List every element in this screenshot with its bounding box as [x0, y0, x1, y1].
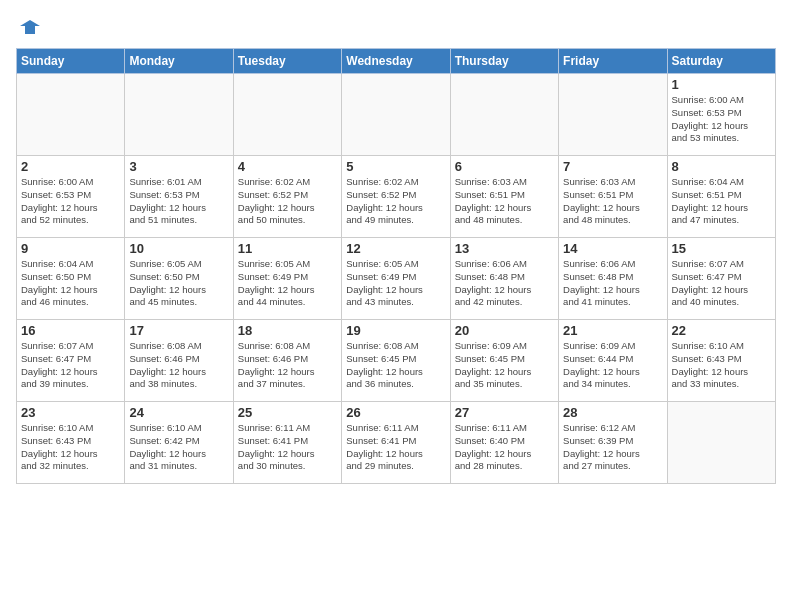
- day-info: Sunrise: 6:07 AM Sunset: 6:47 PM Dayligh…: [21, 340, 120, 391]
- day-number: 9: [21, 241, 120, 256]
- day-cell: 4Sunrise: 6:02 AM Sunset: 6:52 PM Daylig…: [233, 156, 341, 238]
- day-number: 10: [129, 241, 228, 256]
- day-cell: 11Sunrise: 6:05 AM Sunset: 6:49 PM Dayli…: [233, 238, 341, 320]
- day-cell: 6Sunrise: 6:03 AM Sunset: 6:51 PM Daylig…: [450, 156, 558, 238]
- day-info: Sunrise: 6:11 AM Sunset: 6:40 PM Dayligh…: [455, 422, 554, 473]
- day-info: Sunrise: 6:10 AM Sunset: 6:42 PM Dayligh…: [129, 422, 228, 473]
- day-cell: 24Sunrise: 6:10 AM Sunset: 6:42 PM Dayli…: [125, 402, 233, 484]
- weekday-friday: Friday: [559, 49, 667, 74]
- day-number: 22: [672, 323, 771, 338]
- week-row-1: 2Sunrise: 6:00 AM Sunset: 6:53 PM Daylig…: [17, 156, 776, 238]
- day-cell: 16Sunrise: 6:07 AM Sunset: 6:47 PM Dayli…: [17, 320, 125, 402]
- day-cell: 19Sunrise: 6:08 AM Sunset: 6:45 PM Dayli…: [342, 320, 450, 402]
- day-info: Sunrise: 6:11 AM Sunset: 6:41 PM Dayligh…: [346, 422, 445, 473]
- day-number: 24: [129, 405, 228, 420]
- day-info: Sunrise: 6:00 AM Sunset: 6:53 PM Dayligh…: [21, 176, 120, 227]
- day-info: Sunrise: 6:02 AM Sunset: 6:52 PM Dayligh…: [238, 176, 337, 227]
- day-number: 20: [455, 323, 554, 338]
- day-cell: 13Sunrise: 6:06 AM Sunset: 6:48 PM Dayli…: [450, 238, 558, 320]
- day-number: 3: [129, 159, 228, 174]
- day-number: 11: [238, 241, 337, 256]
- weekday-thursday: Thursday: [450, 49, 558, 74]
- day-number: 1: [672, 77, 771, 92]
- day-number: 27: [455, 405, 554, 420]
- day-cell: 23Sunrise: 6:10 AM Sunset: 6:43 PM Dayli…: [17, 402, 125, 484]
- day-info: Sunrise: 6:12 AM Sunset: 6:39 PM Dayligh…: [563, 422, 662, 473]
- day-cell: 7Sunrise: 6:03 AM Sunset: 6:51 PM Daylig…: [559, 156, 667, 238]
- day-number: 4: [238, 159, 337, 174]
- day-number: 15: [672, 241, 771, 256]
- day-info: Sunrise: 6:07 AM Sunset: 6:47 PM Dayligh…: [672, 258, 771, 309]
- day-info: Sunrise: 6:06 AM Sunset: 6:48 PM Dayligh…: [563, 258, 662, 309]
- day-cell: 2Sunrise: 6:00 AM Sunset: 6:53 PM Daylig…: [17, 156, 125, 238]
- day-cell: 28Sunrise: 6:12 AM Sunset: 6:39 PM Dayli…: [559, 402, 667, 484]
- page-header: [16, 16, 776, 38]
- day-cell: [125, 74, 233, 156]
- day-cell: [17, 74, 125, 156]
- day-info: Sunrise: 6:03 AM Sunset: 6:51 PM Dayligh…: [455, 176, 554, 227]
- day-cell: 15Sunrise: 6:07 AM Sunset: 6:47 PM Dayli…: [667, 238, 775, 320]
- day-number: 28: [563, 405, 662, 420]
- weekday-saturday: Saturday: [667, 49, 775, 74]
- weekday-tuesday: Tuesday: [233, 49, 341, 74]
- day-number: 26: [346, 405, 445, 420]
- day-info: Sunrise: 6:05 AM Sunset: 6:49 PM Dayligh…: [346, 258, 445, 309]
- day-cell: 5Sunrise: 6:02 AM Sunset: 6:52 PM Daylig…: [342, 156, 450, 238]
- day-info: Sunrise: 6:04 AM Sunset: 6:51 PM Dayligh…: [672, 176, 771, 227]
- day-info: Sunrise: 6:10 AM Sunset: 6:43 PM Dayligh…: [21, 422, 120, 473]
- day-info: Sunrise: 6:09 AM Sunset: 6:45 PM Dayligh…: [455, 340, 554, 391]
- day-cell: 9Sunrise: 6:04 AM Sunset: 6:50 PM Daylig…: [17, 238, 125, 320]
- day-number: 17: [129, 323, 228, 338]
- day-info: Sunrise: 6:04 AM Sunset: 6:50 PM Dayligh…: [21, 258, 120, 309]
- day-number: 12: [346, 241, 445, 256]
- day-info: Sunrise: 6:08 AM Sunset: 6:45 PM Dayligh…: [346, 340, 445, 391]
- day-cell: 22Sunrise: 6:10 AM Sunset: 6:43 PM Dayli…: [667, 320, 775, 402]
- weekday-sunday: Sunday: [17, 49, 125, 74]
- day-number: 21: [563, 323, 662, 338]
- day-number: 16: [21, 323, 120, 338]
- logo: [16, 16, 40, 38]
- week-row-4: 23Sunrise: 6:10 AM Sunset: 6:43 PM Dayli…: [17, 402, 776, 484]
- day-number: 6: [455, 159, 554, 174]
- day-cell: 8Sunrise: 6:04 AM Sunset: 6:51 PM Daylig…: [667, 156, 775, 238]
- logo-icon: [18, 16, 40, 38]
- day-cell: 20Sunrise: 6:09 AM Sunset: 6:45 PM Dayli…: [450, 320, 558, 402]
- week-row-2: 9Sunrise: 6:04 AM Sunset: 6:50 PM Daylig…: [17, 238, 776, 320]
- day-cell: 10Sunrise: 6:05 AM Sunset: 6:50 PM Dayli…: [125, 238, 233, 320]
- day-info: Sunrise: 6:05 AM Sunset: 6:50 PM Dayligh…: [129, 258, 228, 309]
- day-number: 14: [563, 241, 662, 256]
- calendar-table: SundayMondayTuesdayWednesdayThursdayFrid…: [16, 48, 776, 484]
- day-info: Sunrise: 6:08 AM Sunset: 6:46 PM Dayligh…: [238, 340, 337, 391]
- day-info: Sunrise: 6:08 AM Sunset: 6:46 PM Dayligh…: [129, 340, 228, 391]
- day-number: 19: [346, 323, 445, 338]
- day-cell: [233, 74, 341, 156]
- day-cell: [667, 402, 775, 484]
- day-cell: 1Sunrise: 6:00 AM Sunset: 6:53 PM Daylig…: [667, 74, 775, 156]
- day-info: Sunrise: 6:00 AM Sunset: 6:53 PM Dayligh…: [672, 94, 771, 145]
- day-number: 25: [238, 405, 337, 420]
- day-cell: 26Sunrise: 6:11 AM Sunset: 6:41 PM Dayli…: [342, 402, 450, 484]
- day-info: Sunrise: 6:10 AM Sunset: 6:43 PM Dayligh…: [672, 340, 771, 391]
- day-number: 2: [21, 159, 120, 174]
- day-cell: 18Sunrise: 6:08 AM Sunset: 6:46 PM Dayli…: [233, 320, 341, 402]
- day-info: Sunrise: 6:06 AM Sunset: 6:48 PM Dayligh…: [455, 258, 554, 309]
- day-cell: 17Sunrise: 6:08 AM Sunset: 6:46 PM Dayli…: [125, 320, 233, 402]
- weekday-header-row: SundayMondayTuesdayWednesdayThursdayFrid…: [17, 49, 776, 74]
- day-cell: 21Sunrise: 6:09 AM Sunset: 6:44 PM Dayli…: [559, 320, 667, 402]
- day-info: Sunrise: 6:09 AM Sunset: 6:44 PM Dayligh…: [563, 340, 662, 391]
- day-number: 18: [238, 323, 337, 338]
- day-info: Sunrise: 6:02 AM Sunset: 6:52 PM Dayligh…: [346, 176, 445, 227]
- day-cell: [342, 74, 450, 156]
- day-cell: [559, 74, 667, 156]
- day-cell: 12Sunrise: 6:05 AM Sunset: 6:49 PM Dayli…: [342, 238, 450, 320]
- svg-marker-0: [20, 20, 40, 34]
- day-number: 13: [455, 241, 554, 256]
- day-cell: 3Sunrise: 6:01 AM Sunset: 6:53 PM Daylig…: [125, 156, 233, 238]
- week-row-3: 16Sunrise: 6:07 AM Sunset: 6:47 PM Dayli…: [17, 320, 776, 402]
- day-info: Sunrise: 6:11 AM Sunset: 6:41 PM Dayligh…: [238, 422, 337, 473]
- day-info: Sunrise: 6:01 AM Sunset: 6:53 PM Dayligh…: [129, 176, 228, 227]
- day-number: 8: [672, 159, 771, 174]
- weekday-wednesday: Wednesday: [342, 49, 450, 74]
- day-cell: 14Sunrise: 6:06 AM Sunset: 6:48 PM Dayli…: [559, 238, 667, 320]
- weekday-monday: Monday: [125, 49, 233, 74]
